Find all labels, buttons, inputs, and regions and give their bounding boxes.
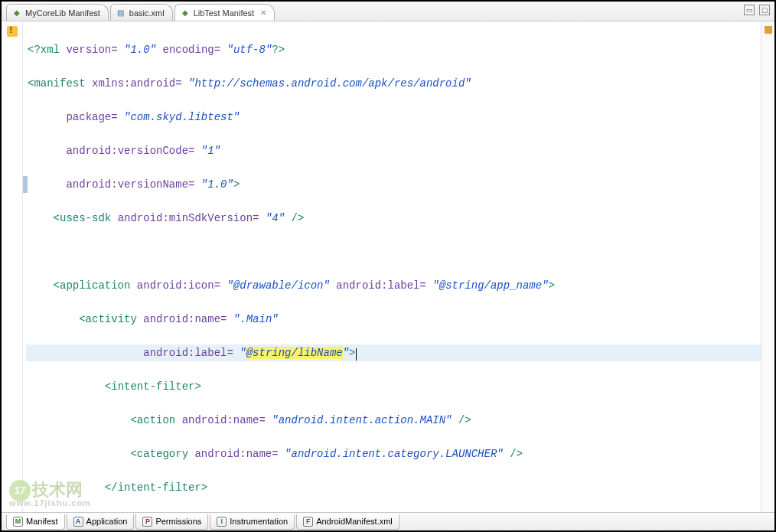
btab-label: AndroidManifest.xml: [316, 517, 393, 526]
btab-manifest[interactable]: MManifest: [6, 514, 65, 530]
attr: android:label=: [336, 279, 426, 292]
xml-pi-name: xml: [41, 44, 60, 56]
file-icon: F: [303, 517, 313, 527]
val: "@string/app_name": [432, 279, 548, 292]
code-editor[interactable]: <?xml version= "1.0" encoding= "utf-8"?>…: [23, 21, 761, 512]
gutter: [2, 21, 23, 512]
tag: <manifest: [28, 77, 86, 90]
editor-window-controls: ▭ ▢: [744, 5, 770, 15]
minimize-icon[interactable]: ▭: [744, 5, 755, 15]
tag: >: [549, 279, 555, 292]
overview-ruler[interactable]: [761, 21, 774, 512]
instrumentation-icon: I: [217, 517, 227, 527]
btab-application[interactable]: AApplication: [67, 514, 135, 530]
tag: />: [292, 212, 305, 224]
manifest-icon: ◆: [11, 8, 22, 18]
tag: >: [233, 178, 240, 191]
val: ": [240, 347, 246, 359]
maximize-icon[interactable]: ▢: [759, 5, 770, 15]
tab-mycorelib[interactable]: ◆ MyCoreLib Manifest: [6, 4, 109, 21]
val: "utf-8": [227, 44, 272, 56]
val: "@drawable/icon": [227, 279, 329, 292]
btab-permissions[interactable]: PPermissions: [135, 514, 208, 530]
current-line-marker: [23, 176, 28, 193]
btab-instrumentation[interactable]: IInstrumentation: [210, 514, 295, 530]
tab-label: LibTest Manifest: [194, 8, 254, 18]
attr: xmlns:android=: [92, 77, 182, 90]
tag: >: [349, 347, 355, 359]
val: "1.0": [124, 44, 156, 56]
highlighted-value: @string/libName: [246, 347, 343, 359]
attr: android:versionCode=: [66, 145, 194, 157]
tab-label: basic.xml: [129, 8, 165, 18]
tag: <category: [130, 448, 188, 460]
attr: android:name=: [194, 448, 278, 460]
tab-basic-xml[interactable]: ▤ basic.xml: [110, 4, 173, 21]
editor-tab-bar: ◆ MyCoreLib Manifest ▤ basic.xml ◆ LibTe…: [2, 2, 774, 21]
tag: />: [458, 414, 471, 426]
xml-file-icon: ▤: [116, 8, 126, 18]
attr: android:versionName=: [66, 178, 194, 191]
manifest-icon: ◆: [180, 8, 191, 18]
manifest-icon: M: [13, 517, 23, 527]
val: "1": [201, 145, 220, 157]
tag: <uses-sdk: [54, 212, 112, 224]
xml-pi: <?: [28, 44, 41, 56]
application-icon: A: [73, 517, 83, 527]
tag: <application: [54, 279, 131, 292]
tag: <action: [130, 414, 175, 426]
tag: />: [510, 448, 523, 460]
editor-area: <?xml version= "1.0" encoding= "utf-8"?>…: [2, 21, 774, 512]
warning-icon[interactable]: [7, 26, 18, 37]
val: "android.intent.action.MAIN": [272, 414, 452, 426]
attr: android:name=: [182, 414, 266, 426]
tag: </intent-filter>: [105, 481, 207, 494]
val: "1.0": [201, 178, 233, 191]
attr: version=: [66, 44, 117, 56]
xml-pi-close: ?>: [272, 44, 285, 56]
attr: android:name=: [143, 313, 227, 325]
btab-label: Manifest: [26, 517, 58, 526]
highlighted-line: android:label= "@string/libName">: [26, 344, 761, 361]
tag: <intent-filter>: [105, 380, 201, 393]
attr: encoding=: [162, 44, 220, 56]
val: "android.intent.category.LAUNCHER": [285, 448, 504, 460]
manifest-editor-tabs: MManifest AApplication PPermissions IIns…: [2, 512, 774, 530]
tab-label: MyCoreLib Manifest: [25, 8, 100, 18]
overview-marker[interactable]: [765, 26, 772, 34]
val: "4": [266, 212, 285, 224]
tab-libtest[interactable]: ◆ LibTest Manifest ✕: [174, 4, 275, 21]
btab-label: Application: [86, 517, 128, 526]
attr: android:label=: [143, 347, 233, 359]
val: ": [343, 347, 349, 359]
btab-label: Permissions: [155, 517, 201, 526]
permissions-icon: P: [142, 517, 152, 527]
val: "com.skyd.libtest": [124, 111, 240, 123]
btab-label: Instrumentation: [230, 517, 288, 526]
close-icon[interactable]: ✕: [260, 8, 266, 17]
btab-source[interactable]: FAndroidManifest.xml: [296, 514, 399, 530]
attr: android:icon=: [137, 279, 220, 292]
tag: <activity: [79, 313, 137, 325]
val: ".Main": [233, 313, 279, 325]
attr: android:minSdkVersion=: [118, 212, 259, 224]
attr: package=: [66, 111, 117, 123]
val: "http://schemas.android.com/apk/res/andr…: [188, 77, 471, 90]
